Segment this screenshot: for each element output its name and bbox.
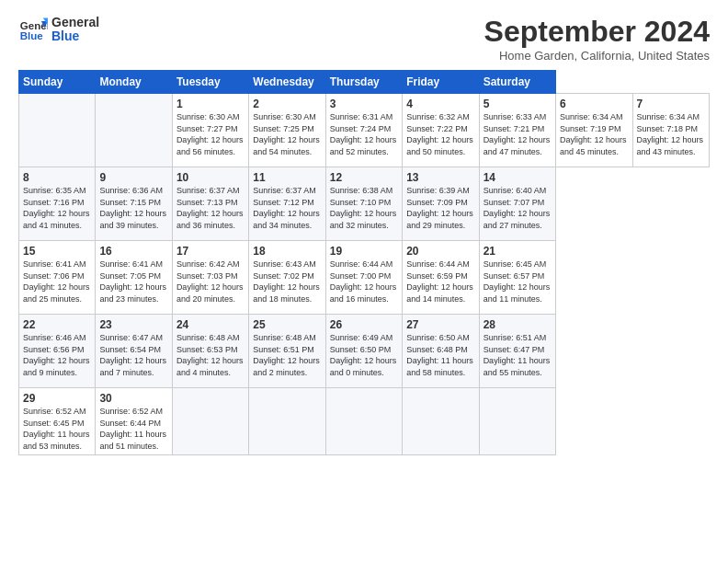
calendar-cell: 9Sunrise: 6:36 AM Sunset: 7:15 PM Daylig…: [96, 167, 172, 241]
month-title: September 2024: [484, 15, 710, 49]
day-number: 12: [330, 171, 398, 184]
day-info: Sunrise: 6:42 AM Sunset: 7:03 PM Dayligh…: [176, 259, 245, 304]
calendar-cell: 8Sunrise: 6:35 AM Sunset: 7:16 PM Daylig…: [19, 167, 96, 241]
calendar-cell: 20Sunrise: 6:44 AM Sunset: 6:59 PM Dayli…: [403, 241, 479, 315]
calendar-table: SundayMondayTuesdayWednesdayThursdayFrid…: [18, 70, 710, 455]
day-number: 2: [253, 98, 321, 110]
calendar-cell: [249, 388, 325, 455]
weekday-header-friday: Friday: [403, 71, 479, 94]
calendar-cell: [479, 388, 555, 455]
day-info: Sunrise: 6:44 AM Sunset: 7:00 PM Dayligh…: [330, 259, 398, 304]
day-number: 9: [99, 171, 167, 184]
day-number: 21: [483, 245, 552, 258]
day-number: 23: [99, 318, 167, 331]
day-info: Sunrise: 6:30 AM Sunset: 7:25 PM Dayligh…: [253, 111, 321, 157]
calendar-cell: 27Sunrise: 6:50 AM Sunset: 6:48 PM Dayli…: [403, 315, 479, 388]
day-info: Sunrise: 6:40 AM Sunset: 7:07 PM Dayligh…: [483, 185, 552, 231]
calendar-cell: 1Sunrise: 6:30 AM Sunset: 7:27 PM Daylig…: [172, 94, 248, 167]
day-info: Sunrise: 6:35 AM Sunset: 7:16 PM Dayligh…: [23, 185, 91, 231]
weekday-header-thursday: Thursday: [325, 71, 402, 94]
day-info: Sunrise: 6:39 AM Sunset: 7:09 PM Dayligh…: [406, 185, 474, 231]
day-info: Sunrise: 6:41 AM Sunset: 7:06 PM Dayligh…: [23, 259, 91, 304]
calendar-header-row: SundayMondayTuesdayWednesdayThursdayFrid…: [19, 71, 710, 94]
day-info: Sunrise: 6:52 AM Sunset: 6:45 PM Dayligh…: [23, 406, 91, 452]
calendar-cell: 25Sunrise: 6:48 AM Sunset: 6:51 PM Dayli…: [249, 315, 325, 388]
day-info: Sunrise: 6:44 AM Sunset: 6:59 PM Dayligh…: [406, 259, 474, 304]
calendar-cell: 24Sunrise: 6:48 AM Sunset: 6:53 PM Dayli…: [172, 315, 248, 388]
day-number: 24: [176, 318, 245, 331]
weekday-header-monday: Monday: [96, 71, 172, 94]
calendar-cell: [19, 94, 96, 167]
day-number: 29: [23, 392, 91, 405]
day-number: 26: [330, 318, 398, 331]
svg-text:Blue: Blue: [20, 30, 44, 41]
calendar-cell: 7Sunrise: 6:34 AM Sunset: 7:18 PM Daylig…: [632, 94, 710, 167]
logo-blue: Blue: [51, 29, 99, 43]
day-number: 6: [560, 98, 628, 110]
day-info: Sunrise: 6:43 AM Sunset: 7:02 PM Dayligh…: [253, 259, 321, 304]
day-number: 22: [23, 318, 91, 331]
day-number: 5: [483, 98, 552, 110]
day-number: 28: [483, 318, 552, 331]
calendar-cell: 17Sunrise: 6:42 AM Sunset: 7:03 PM Dayli…: [172, 241, 248, 315]
calendar-cell: 14Sunrise: 6:40 AM Sunset: 7:07 PM Dayli…: [479, 167, 555, 241]
calendar-cell: 6Sunrise: 6:34 AM Sunset: 7:19 PM Daylig…: [556, 94, 632, 167]
day-number: 8: [23, 171, 91, 184]
day-info: Sunrise: 6:32 AM Sunset: 7:22 PM Dayligh…: [406, 111, 474, 157]
day-info: Sunrise: 6:33 AM Sunset: 7:21 PM Dayligh…: [483, 111, 552, 157]
calendar-cell: 28Sunrise: 6:51 AM Sunset: 6:47 PM Dayli…: [479, 315, 555, 388]
day-info: Sunrise: 6:50 AM Sunset: 6:48 PM Dayligh…: [406, 332, 474, 378]
day-info: Sunrise: 6:48 AM Sunset: 6:53 PM Dayligh…: [176, 332, 245, 378]
calendar-cell: 12Sunrise: 6:38 AM Sunset: 7:10 PM Dayli…: [325, 167, 402, 241]
logo-icon: General Blue: [18, 15, 48, 44]
day-info: Sunrise: 6:46 AM Sunset: 6:56 PM Dayligh…: [23, 332, 91, 378]
calendar-cell: 5Sunrise: 6:33 AM Sunset: 7:21 PM Daylig…: [479, 94, 555, 167]
page-header: General Blue General Blue September 2024…: [18, 15, 710, 63]
day-number: 27: [406, 318, 474, 331]
page-container: General Blue General Blue September 2024…: [0, 0, 728, 563]
calendar-cell: [172, 388, 248, 455]
day-info: Sunrise: 6:45 AM Sunset: 6:57 PM Dayligh…: [483, 259, 552, 304]
day-info: Sunrise: 6:36 AM Sunset: 7:15 PM Dayligh…: [99, 185, 167, 231]
weekday-header-wednesday: Wednesday: [249, 71, 325, 94]
day-number: 30: [99, 392, 167, 405]
day-number: 19: [330, 245, 398, 258]
day-number: 1: [176, 98, 245, 110]
day-info: Sunrise: 6:41 AM Sunset: 7:05 PM Dayligh…: [99, 259, 167, 304]
day-number: 25: [253, 318, 321, 331]
day-number: 14: [483, 171, 552, 184]
day-number: 17: [176, 245, 245, 258]
calendar-cell: [403, 388, 479, 455]
logo: General Blue General Blue: [18, 15, 99, 44]
title-block: September 2024 Home Garden, California, …: [484, 15, 710, 63]
day-info: Sunrise: 6:49 AM Sunset: 6:50 PM Dayligh…: [330, 332, 398, 378]
calendar-cell: 26Sunrise: 6:49 AM Sunset: 6:50 PM Dayli…: [325, 315, 402, 388]
day-number: 3: [330, 98, 398, 110]
logo-general: General: [51, 16, 99, 29]
day-number: 11: [253, 171, 321, 184]
calendar-cell: [325, 388, 402, 455]
day-number: 16: [99, 245, 167, 258]
day-info: Sunrise: 6:52 AM Sunset: 6:44 PM Dayligh…: [99, 406, 167, 452]
calendar-cell: 16Sunrise: 6:41 AM Sunset: 7:05 PM Dayli…: [96, 241, 172, 315]
calendar-cell: 19Sunrise: 6:44 AM Sunset: 7:00 PM Dayli…: [325, 241, 402, 315]
weekday-header-tuesday: Tuesday: [172, 71, 248, 94]
calendar-cell: 18Sunrise: 6:43 AM Sunset: 7:02 PM Dayli…: [249, 241, 325, 315]
day-info: Sunrise: 6:34 AM Sunset: 7:19 PM Dayligh…: [560, 111, 628, 157]
day-info: Sunrise: 6:48 AM Sunset: 6:51 PM Dayligh…: [253, 332, 321, 378]
day-info: Sunrise: 6:31 AM Sunset: 7:24 PM Dayligh…: [330, 111, 398, 157]
day-info: Sunrise: 6:47 AM Sunset: 6:54 PM Dayligh…: [99, 332, 167, 378]
calendar-cell: 2Sunrise: 6:30 AM Sunset: 7:25 PM Daylig…: [249, 94, 325, 167]
calendar-cell: 29Sunrise: 6:52 AM Sunset: 6:45 PM Dayli…: [19, 388, 96, 455]
day-number: 7: [637, 98, 706, 110]
day-number: 20: [406, 245, 474, 258]
calendar-cell: 11Sunrise: 6:37 AM Sunset: 7:12 PM Dayli…: [249, 167, 325, 241]
location-subtitle: Home Garden, California, United States: [484, 49, 710, 63]
day-number: 15: [23, 245, 91, 258]
day-number: 13: [406, 171, 474, 184]
day-number: 10: [176, 171, 245, 184]
day-number: 4: [406, 98, 474, 110]
day-info: Sunrise: 6:34 AM Sunset: 7:18 PM Dayligh…: [637, 111, 706, 157]
weekday-header-saturday: Saturday: [479, 71, 555, 94]
calendar-cell: 13Sunrise: 6:39 AM Sunset: 7:09 PM Dayli…: [403, 167, 479, 241]
